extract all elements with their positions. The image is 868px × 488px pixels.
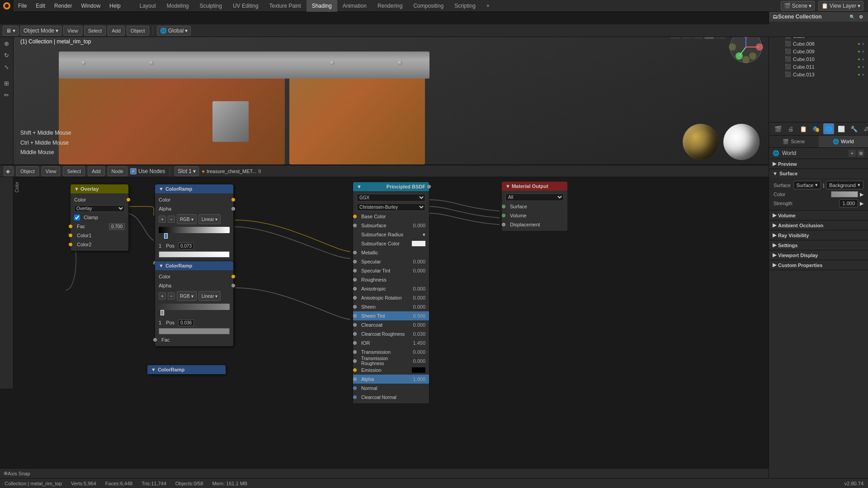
specular-in[interactable] (353, 260, 357, 263)
colorramp1-collapse[interactable]: ▼ (159, 186, 164, 192)
overlay-clamp-checkbox[interactable] (74, 215, 80, 221)
ne-object-btn[interactable]: Object (16, 166, 39, 176)
mo-surface-in[interactable] (502, 205, 505, 208)
ior-in[interactable] (353, 341, 357, 345)
sc-cube010-item[interactable]: ⬛ Cube.010 ● ● (769, 55, 868, 63)
normal-in[interactable] (353, 386, 357, 390)
render-vis-icon2[interactable]: ● (862, 42, 864, 46)
menu-file[interactable]: File (14, 0, 31, 12)
ne-add-btn[interactable]: Add (88, 166, 105, 176)
cr2-fac-in[interactable] (153, 338, 157, 342)
rotate-tool[interactable]: ↻ (1, 50, 12, 61)
surface-section-title[interactable]: ▼ Surface (769, 169, 868, 178)
render-vis-icon6[interactable]: ● (862, 72, 864, 77)
transmission-roughness-in[interactable] (353, 359, 357, 363)
sc-settings-icon[interactable]: ⚙ (857, 13, 864, 20)
cr2-color-out[interactable] (231, 275, 235, 278)
viewport-vis-icon6[interactable]: ● (858, 72, 860, 77)
viewport-vis-icon3[interactable]: ● (858, 49, 860, 54)
cr1-color-out[interactable] (231, 198, 235, 202)
world-props-icon active[interactable]: 🌐 (823, 123, 834, 134)
clearcoat-roughness-in[interactable] (353, 332, 357, 336)
use-nodes-toggle[interactable]: ✓ Use Nodes (130, 168, 165, 174)
metallic-in[interactable] (353, 251, 357, 254)
sc-cube011-item[interactable]: ⬛ Cube.011 ● ● (769, 63, 868, 70)
world-settings-icon[interactable]: ⚙ (857, 150, 864, 157)
tab-modeling[interactable]: Modeling (161, 0, 194, 12)
move-tool[interactable]: ⊕ (1, 38, 12, 49)
slot-dropdown[interactable]: Slot 1 ▾ (175, 166, 199, 176)
tab-sculpting[interactable]: Sculpting (194, 0, 227, 12)
viewport-display-title[interactable]: ▶ Viewport Display (769, 250, 868, 260)
sc-filter-icon[interactable]: 🔍 (849, 13, 856, 20)
ambient-occlusion-title[interactable]: ▶ Ambient Occlusion (769, 221, 868, 230)
add-btn[interactable]: Add (108, 26, 125, 36)
surface-type-dropdown[interactable]: Surface ▾ (793, 181, 821, 189)
cr1-pos-value[interactable]: 0.073 (178, 243, 194, 249)
use-nodes-checkbox[interactable]: ✓ (130, 168, 137, 174)
mo-target-select[interactable]: All (505, 193, 564, 201)
ne-node-btn[interactable]: Node (108, 166, 127, 176)
transform-tool[interactable]: ⊞ (1, 78, 12, 89)
strength-arrow[interactable]: ▶ (860, 201, 863, 206)
cr2-ramp[interactable] (159, 304, 230, 316)
sc-cube013-item[interactable]: ⬛ Cube.013 ● ● (769, 70, 868, 78)
settings-title[interactable]: ▶ Settings (769, 240, 868, 250)
viewport-vis-icon2[interactable]: ● (858, 42, 860, 46)
cr2-marker-active[interactable] (160, 310, 164, 315)
cr2-interp-dropdown[interactable]: Linear ▾ (198, 291, 221, 301)
cr1-add-stop[interactable]: + (159, 216, 166, 223)
subsurface-method-select[interactable]: Christensen-Burley (357, 203, 425, 211)
ne-select-btn[interactable]: Select (63, 166, 85, 176)
color-swatch[interactable] (831, 191, 858, 197)
tab-animation[interactable]: Animation (337, 0, 372, 12)
cr2-mode-dropdown[interactable]: RGB ▾ (177, 291, 197, 301)
cr1-alpha-out[interactable] (231, 207, 235, 211)
overlay-color1-input[interactable] (69, 234, 72, 237)
principled-collapse[interactable]: ▼ (357, 184, 362, 189)
transform-orientation-dropdown[interactable]: 🌐 Global ▾ (157, 26, 191, 36)
select-btn[interactable]: Select (84, 26, 106, 36)
clearcoat-normal-in[interactable] (353, 395, 357, 399)
anisotropic-rotation-in[interactable] (353, 296, 357, 300)
colorramp3-collapse[interactable]: ▼ (151, 367, 156, 372)
sheen-in[interactable] (353, 305, 357, 309)
editor-type-dropdown[interactable]: 🖥 ▾ (3, 26, 19, 36)
sc-cube009-item[interactable]: ⬛ Cube.009 ● ● (769, 47, 868, 55)
viewport-vis-icon5[interactable]: ● (858, 65, 860, 69)
cr1-interp-dropdown[interactable]: Linear ▾ (198, 214, 221, 224)
overlay-type-select[interactable]: Overlay (74, 205, 125, 212)
object-btn[interactable]: Object (127, 26, 149, 36)
render-props-icon[interactable]: 🎬 (773, 123, 783, 134)
menu-render[interactable]: Render (50, 0, 76, 12)
strength-input[interactable]: 1.000 (839, 199, 858, 207)
view-btn[interactable]: View (63, 26, 82, 36)
distribution-select[interactable]: GGX (357, 194, 425, 202)
anisotropic-in[interactable] (353, 287, 357, 291)
view-layer-dropdown[interactable]: 📋 View Layer ▾ (818, 1, 863, 11)
tab-rendering[interactable]: Rendering (372, 0, 408, 12)
render-vis-icon5[interactable]: ● (862, 65, 864, 69)
overlay-fac-input[interactable] (69, 225, 72, 228)
alpha-in[interactable] (353, 377, 357, 381)
cr2-remove-stop[interactable]: − (168, 292, 175, 300)
subsurface-color-swatch[interactable] (412, 241, 425, 246)
3d-viewport[interactable]: User Perspective (1) Collection | metal_… (14, 24, 769, 164)
tab-scene[interactable]: 🎬 Scene (769, 136, 819, 147)
cr1-color-swatch[interactable] (159, 251, 230, 258)
clearcoat-in[interactable] (353, 323, 357, 327)
render-vis-icon4[interactable]: ● (862, 57, 864, 61)
mode-dropdown[interactable]: Object Mode ▾ (20, 26, 61, 36)
tab-uv-editing[interactable]: UV Editing (227, 0, 264, 12)
output-props-icon[interactable]: 🖨 (785, 123, 796, 134)
roughness-in[interactable] (353, 278, 357, 282)
tab-add[interactable]: + (481, 0, 495, 12)
tab-scripting[interactable]: Scripting (449, 0, 481, 12)
transmission-in[interactable] (353, 350, 357, 354)
particles-props-icon[interactable]: ⁂ (861, 123, 868, 134)
overlay-color-output[interactable] (127, 198, 130, 202)
principled-bsdf-out[interactable] (427, 185, 431, 188)
menu-window[interactable]: Window (76, 0, 105, 12)
cr2-alpha-out[interactable] (231, 284, 235, 287)
mo-displacement-in[interactable] (502, 223, 505, 226)
